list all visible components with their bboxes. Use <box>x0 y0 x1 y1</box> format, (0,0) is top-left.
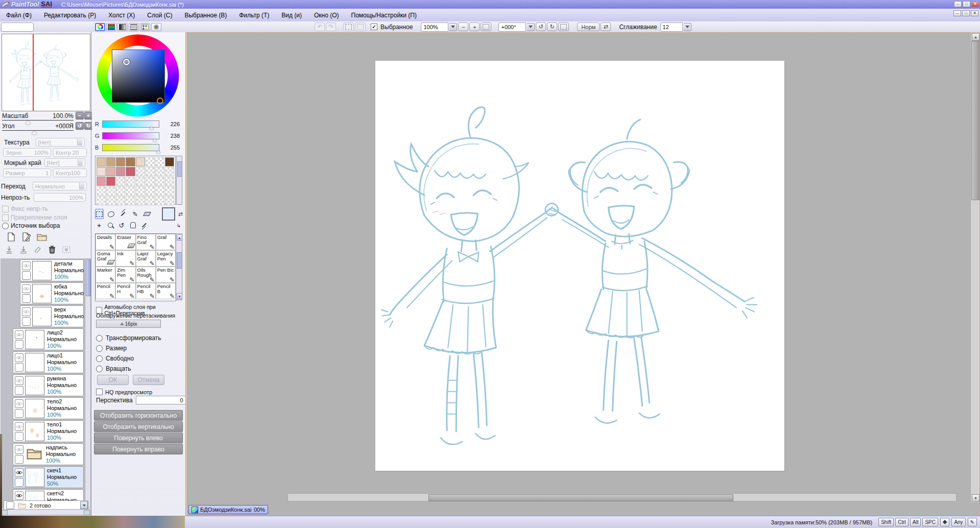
wet-edge-select[interactable]: [Нет] <box>44 158 85 167</box>
swatch-cell[interactable] <box>165 196 174 205</box>
menu-item[interactable]: Окно (О) <box>308 10 345 20</box>
rotate-tool[interactable]: ↺ <box>117 220 126 230</box>
layer-visibility-toggle[interactable] <box>15 445 23 454</box>
brush-grid-scrollbar[interactable]: ▲ ▼ <box>176 233 182 300</box>
swatch-cell[interactable] <box>155 196 164 205</box>
angle-cw-button[interactable]: ↻ <box>84 122 92 130</box>
scroll-down-button[interactable] <box>80 501 88 509</box>
rgb-slider-panel-button[interactable] <box>106 23 116 31</box>
swatches-panel-button[interactable] <box>140 23 150 31</box>
menu-item[interactable]: Выбранное (В) <box>178 10 233 20</box>
layer-row[interactable]: детали Нормально 100% <box>20 259 84 281</box>
swatch-cell[interactable] <box>126 167 135 176</box>
grain-field[interactable]: Зерно100% <box>3 148 51 157</box>
hand-tool[interactable] <box>129 220 137 230</box>
redo-button[interactable]: ↷ <box>326 22 336 31</box>
swatch-cell[interactable] <box>97 186 106 196</box>
brush-cell[interactable]: Pencil B ✎ <box>156 283 176 299</box>
layer-row[interactable]: тело2 Нормально 100% <box>13 397 84 419</box>
pen-status-button[interactable]: ✎ <box>968 518 977 526</box>
swatch-cell[interactable] <box>136 157 145 166</box>
swatch-scrollbar[interactable] <box>176 156 182 205</box>
swatch-cell[interactable] <box>116 196 125 205</box>
move-tool[interactable]: + <box>95 220 103 230</box>
hsv-slider-panel-button[interactable] <box>117 23 128 31</box>
swatch-cell[interactable] <box>126 196 135 205</box>
brush-cell[interactable]: Graf ✎ <box>156 234 176 250</box>
close-button[interactable]: ✕ <box>971 1 979 7</box>
flip-vertical-button[interactable]: Отобразить вертикально <box>94 421 183 432</box>
layer-extra-toggle[interactable] <box>15 363 23 372</box>
color-wheel-panel-button[interactable] <box>95 23 105 31</box>
selection-source-radio[interactable] <box>2 223 9 229</box>
saturation-value-square[interactable] <box>112 50 165 103</box>
maximize-button[interactable]: □ <box>963 1 970 7</box>
zoom-tool[interactable] <box>106 220 114 230</box>
invert-selection-button[interactable] <box>355 22 366 31</box>
layer-extra-toggle[interactable] <box>15 455 23 464</box>
modifier-key-button[interactable]: SPC <box>922 518 938 526</box>
swatch-cell[interactable] <box>136 167 145 176</box>
canvas-vertical-scrollbar[interactable]: ▲ ▼ <box>970 33 979 502</box>
transform-radio-option[interactable]: Размер <box>96 345 127 352</box>
swatch-cell[interactable] <box>126 157 135 166</box>
layer-visibility-toggle[interactable] <box>22 307 31 316</box>
layer-extra-toggle[interactable] <box>15 478 23 487</box>
deselect-button[interactable] <box>343 22 354 31</box>
undo-button[interactable]: ↶ <box>315 22 325 31</box>
transform-radio-option[interactable]: Трансформировать <box>96 334 161 342</box>
new-folder-button[interactable] <box>37 232 47 242</box>
modifier-key-button[interactable]: Alt <box>910 518 921 526</box>
brush-cell[interactable]: Details ✎ <box>95 234 115 250</box>
layer-row[interactable]: лицо1 Нормально 100% <box>13 351 84 373</box>
rotate-ccw-button[interactable]: ↺ <box>536 22 546 31</box>
merge-down-button[interactable] <box>4 245 14 255</box>
color-wheel[interactable] <box>97 34 179 117</box>
brush-cell[interactable]: Zim Pen ✎ <box>115 267 135 283</box>
swatch-cell[interactable] <box>146 167 155 176</box>
swatch-cell[interactable] <box>126 186 135 196</box>
doc-close-button[interactable]: ✕ <box>971 10 978 16</box>
angle-reset-button[interactable] <box>558 22 569 31</box>
swatch-cell[interactable] <box>136 186 145 196</box>
hue-marker[interactable] <box>157 98 163 104</box>
layer-list-hscrollbar[interactable] <box>1 509 91 515</box>
swatch-cell[interactable] <box>165 157 174 166</box>
swatch-cell[interactable] <box>165 186 174 196</box>
magic-wand-tool[interactable] <box>119 209 128 219</box>
angle-ccw-button[interactable]: ↺ <box>76 122 84 130</box>
navigator-angle-row[interactable]: Угол +000Я <box>2 123 74 131</box>
swatch-cell[interactable] <box>97 157 106 166</box>
blue-slider[interactable] <box>102 144 159 151</box>
layer-row[interactable]: надпись Нормально 100% <box>13 443 84 465</box>
transform-radio-option[interactable]: Свободно <box>96 355 134 362</box>
layer-row[interactable]: лицо2 Нормально 100% <box>13 328 84 350</box>
cancel-button[interactable]: Отмена <box>133 375 164 385</box>
blue-slider-handle[interactable] <box>156 150 160 153</box>
sv-marker[interactable] <box>123 59 130 65</box>
opacity-field[interactable]: 100% <box>34 193 86 202</box>
swatch-cell[interactable] <box>146 196 155 205</box>
minimize-button[interactable]: – <box>954 1 962 7</box>
ok-button[interactable]: ОК <box>97 375 129 385</box>
layer-visibility-toggle[interactable] <box>15 376 23 385</box>
layer-extra-toggle[interactable] <box>15 340 23 349</box>
swatch-cell[interactable] <box>116 177 125 186</box>
menu-item[interactable]: Редактировать (Р) <box>38 10 102 20</box>
texture-contrast-field[interactable]: Контр 20 <box>53 148 87 157</box>
swatch-cell[interactable] <box>116 186 125 196</box>
layer-extra-toggle[interactable] <box>22 271 31 280</box>
drag-detect-slider[interactable]: 16pix <box>96 320 161 328</box>
any-key-button[interactable]: Any <box>951 518 965 526</box>
delete-layer-button[interactable] <box>47 245 57 255</box>
layer-visibility-toggle[interactable] <box>15 468 23 477</box>
rotate-right-button[interactable]: Повернуть вправо <box>94 444 183 454</box>
scratchpad-panel-button[interactable] <box>151 23 161 31</box>
doc-minimize-button[interactable]: – <box>953 10 961 16</box>
swatch-cell[interactable] <box>136 177 145 186</box>
swatch-cell[interactable] <box>106 157 115 166</box>
navigator-preview[interactable] <box>2 34 90 111</box>
swatch-cell[interactable] <box>97 177 106 186</box>
selection-visible-checkbox[interactable] <box>371 23 377 30</box>
swatch-cell[interactable] <box>136 196 145 205</box>
